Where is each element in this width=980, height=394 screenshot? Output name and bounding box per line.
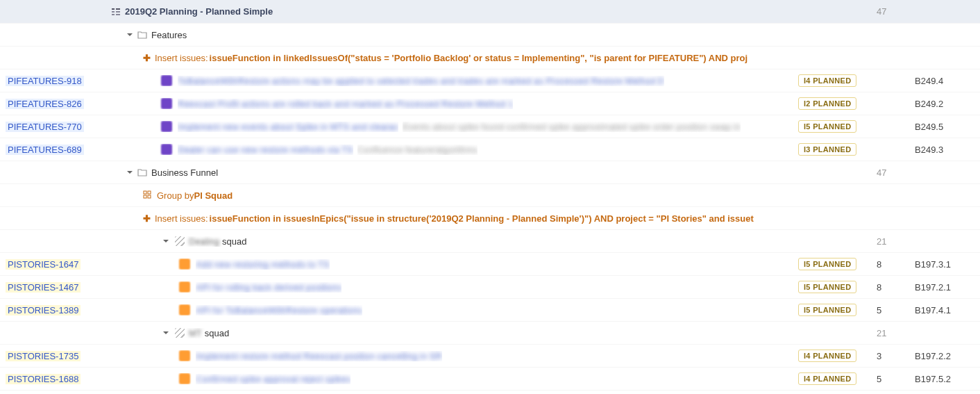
status-badge[interactable]: I5 PLANNED xyxy=(798,304,856,316)
status-badge[interactable]: I4 PLANNED xyxy=(798,372,856,385)
group-rule-row[interactable]: Group by PI Squad xyxy=(0,184,980,207)
structure-header: 2019Q2 Planning - Planned Simple 47 xyxy=(0,0,980,24)
issue-key-link[interactable]: PISTORIES-1735 xyxy=(6,351,81,361)
issue-key-link[interactable]: PISTORIES-1688 xyxy=(6,374,81,384)
squad-row[interactable]: Dealing squad 21 xyxy=(0,230,980,253)
business-value: B197.2.1 xyxy=(909,282,972,293)
issue-summary: Add new restoring methods to TS xyxy=(196,259,330,270)
issue-row[interactable]: PIFEATURES-826 Reexcast Profit actions a… xyxy=(0,92,980,115)
squad-row[interactable]: MT squad 21 xyxy=(0,322,980,345)
insert-query: issueFunction in linkedIssuesOf("status … xyxy=(210,53,748,63)
status-badge[interactable]: I5 PLANNED xyxy=(798,258,856,270)
business-value: B249.3 xyxy=(909,145,972,155)
folder-label: Business Funnel xyxy=(151,167,218,178)
business-value: B197.3.1 xyxy=(909,259,972,270)
status-badge[interactable]: I5 PLANNED xyxy=(798,120,856,133)
business-value: B197.5.2 xyxy=(909,374,972,384)
folder-icon xyxy=(137,31,147,39)
issue-type-icon xyxy=(179,304,190,315)
svg-rect-1 xyxy=(112,11,115,13)
issue-summary: API for rolling back derived positions xyxy=(196,282,341,293)
squad-suffix: squad xyxy=(222,236,246,247)
issue-subtext: Confluence feature/algorithms xyxy=(357,145,478,155)
folder-count: 47 xyxy=(871,167,909,178)
status-badge[interactable]: I4 PLANNED xyxy=(798,74,856,87)
issue-summary: API for ToBalanceWithRestore operations xyxy=(196,305,362,315)
structure-icon xyxy=(111,7,121,17)
folder-label: Features xyxy=(151,30,187,40)
issue-row[interactable]: PISTORIES-1467 API for rolling back deri… xyxy=(0,276,980,299)
svg-rect-8 xyxy=(144,195,146,198)
expand-toggle[interactable] xyxy=(125,167,135,177)
issue-key-link[interactable]: PISTORIES-1389 xyxy=(6,305,81,315)
group-icon xyxy=(143,190,153,200)
status-badge[interactable]: I4 PLANNED xyxy=(798,350,856,362)
issue-summary: Implement new events about Spike in MTS … xyxy=(178,122,398,132)
issue-type-icon xyxy=(161,121,172,132)
issue-summary: Confirmed spike approval reject spikes xyxy=(196,374,350,384)
expand-toggle[interactable] xyxy=(161,328,171,338)
story-points: 5 xyxy=(871,374,909,384)
expand-toggle[interactable] xyxy=(125,30,135,40)
group-label: Group by xyxy=(157,190,194,201)
status-badge[interactable]: I5 PLANNED xyxy=(798,281,856,293)
issue-row[interactable]: PISTORIES-1647 Add new restoring methods… xyxy=(0,253,980,276)
svg-rect-7 xyxy=(148,191,151,194)
header-count: 47 xyxy=(871,6,909,17)
issue-row[interactable]: PIFEATURES-918 ToBalanceWithRestore acti… xyxy=(0,69,980,92)
issue-type-icon xyxy=(179,281,190,293)
svg-rect-4 xyxy=(116,11,120,13)
issue-summary: Reexcast Profit actions are rolled back … xyxy=(178,99,513,109)
issue-row[interactable]: PISTORIES-1688 Confirmed spike approval … xyxy=(0,368,980,391)
insert-query: issueFunction in issuesInEpics("issue in… xyxy=(210,213,754,224)
business-value: B197.2.2 xyxy=(909,351,972,361)
story-points: 3 xyxy=(871,351,909,361)
group-marker-icon xyxy=(175,328,185,338)
issue-key-link[interactable]: PIFEATURES-689 xyxy=(6,145,84,155)
issue-type-icon xyxy=(179,350,190,361)
issue-type-icon xyxy=(161,75,172,86)
story-points: 5 xyxy=(871,305,909,315)
issue-key-link[interactable]: PISTORIES-1647 xyxy=(6,259,81,270)
business-value: B197.4.1 xyxy=(909,305,972,315)
insert-label: Insert issues: xyxy=(155,213,208,224)
issue-type-icon xyxy=(161,144,172,155)
issue-row[interactable]: PIFEATURES-689 Dealer can use new restor… xyxy=(0,138,980,161)
svg-rect-0 xyxy=(112,8,115,10)
insert-rule-features[interactable]: ✚ Insert issues: issueFunction in linked… xyxy=(0,47,980,69)
squad-name-blur: MT xyxy=(189,328,202,338)
business-value: B249.2 xyxy=(909,99,972,109)
folder-row-business-funnel[interactable]: Business Funnel 47 xyxy=(0,161,980,184)
issue-row[interactable]: PISTORIES-1735 Implement restore method … xyxy=(0,345,980,368)
issue-row[interactable]: PIFEATURES-770 Implement new events abou… xyxy=(0,115,980,138)
business-value: B249.5 xyxy=(909,122,972,132)
issue-key-link[interactable]: PISTORIES-1467 xyxy=(6,282,81,293)
insert-label: Insert issues: xyxy=(155,53,208,63)
structure-title: 2019Q2 Planning - Planned Simple xyxy=(125,6,273,17)
squad-count: 21 xyxy=(871,236,909,247)
business-value: B249.4 xyxy=(909,76,972,86)
squad-suffix: squad xyxy=(205,328,229,338)
issue-key-link[interactable]: PIFEATURES-918 xyxy=(6,76,84,86)
folder-row-features[interactable]: Features xyxy=(0,24,980,47)
issue-type-icon xyxy=(179,373,190,384)
insert-rule-funnel[interactable]: ✚ Insert issues: issueFunction in issues… xyxy=(0,207,980,230)
group-marker-icon xyxy=(175,236,185,246)
status-badge[interactable]: I2 PLANNED xyxy=(798,97,856,110)
issue-key-link[interactable]: PIFEATURES-826 xyxy=(6,99,84,109)
group-field: PI Squad xyxy=(194,190,233,201)
status-badge[interactable]: I3 PLANNED xyxy=(798,143,856,156)
issue-summary: Dealer can use new restore methods via T… xyxy=(178,145,353,155)
issue-type-icon xyxy=(179,258,190,270)
svg-rect-5 xyxy=(116,14,120,15)
plus-icon: ✚ xyxy=(143,53,151,63)
svg-rect-2 xyxy=(112,14,115,15)
expand-toggle[interactable] xyxy=(161,236,171,246)
issue-subtext: Events about spike found confirmed spike… xyxy=(403,122,741,132)
issue-type-icon xyxy=(161,98,172,109)
issue-summary: ToBalanceWithRestore actions may be appl… xyxy=(178,76,664,86)
issue-key-link[interactable]: PIFEATURES-770 xyxy=(6,122,84,132)
issue-row[interactable]: PISTORIES-1389 API for ToBalanceWithRest… xyxy=(0,299,980,322)
story-points: 8 xyxy=(871,282,909,293)
folder-icon xyxy=(137,168,147,177)
